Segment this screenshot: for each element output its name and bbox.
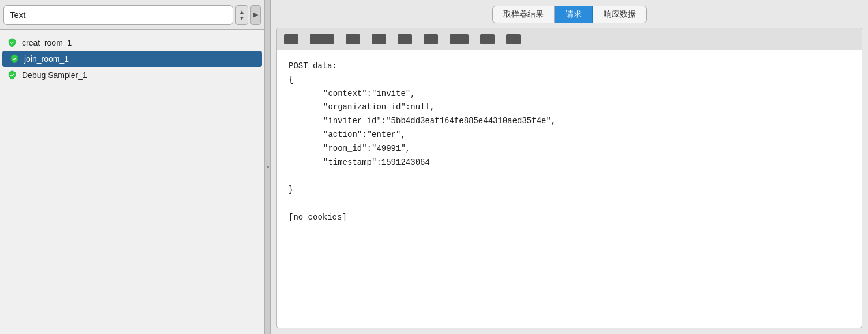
json-open: {	[289, 73, 850, 87]
json-close: }	[289, 183, 850, 197]
up-arrow-icon: ▲	[239, 9, 245, 15]
blank-line	[289, 169, 850, 183]
header-blurred-3: ██	[346, 34, 360, 44]
field-inviter-id: "inviter_id":"5bb4dd3eaf164fe885e44310ae…	[323, 114, 850, 128]
left-panel: Text ▲ ▼ ▶ creat_room_1 join_room_1	[0, 0, 265, 334]
tabs-bar: 取样器结果 请求 响应数据	[271, 0, 868, 28]
cookies-label: [no cookies]	[289, 211, 850, 225]
json-fields: "context":"invite", "organization_id":nu…	[289, 87, 850, 170]
tree-item-join-room[interactable]: join_room_1	[2, 51, 262, 67]
post-label: POST data:	[289, 60, 850, 73]
tree-item-label: join_room_1	[24, 54, 69, 64]
header-blurred-2: ████	[310, 34, 334, 44]
down-arrow-icon: ▼	[239, 15, 245, 21]
header-blurred-8: ██	[480, 34, 495, 44]
tree-item-debug-sampler[interactable]: Debug Sampler_1	[0, 67, 264, 83]
header-blurred-6: ██	[424, 34, 438, 44]
field-action: "action":"enter",	[323, 128, 850, 142]
dropdown-stepper[interactable]: ▲ ▼	[235, 5, 248, 25]
field-context: "context":"invite",	[323, 87, 850, 101]
field-timestamp: "timestamp":1591243064	[323, 156, 850, 170]
tree-item-creat-room[interactable]: creat_room_1	[0, 35, 264, 51]
shield-icon-join	[9, 54, 20, 64]
right-panel: 取样器结果 请求 响应数据 ██ ████ ██ ██ · · · ██ ███…	[271, 0, 868, 334]
content-header: ██ ████ ██ ██ · · · ██ ███ ██ ██	[277, 28, 862, 50]
content-body[interactable]: POST data: { "context":"invite", "organi…	[277, 50, 862, 328]
tab-sampler-result[interactable]: 取样器结果	[492, 6, 555, 23]
header-blurred-1: ██	[284, 34, 298, 44]
divider-dot	[267, 166, 269, 168]
header-blurred-4: ██	[372, 34, 386, 44]
header-blurred-9: ██	[506, 34, 521, 44]
field-room-id: "room_id":"49991",	[323, 142, 850, 156]
shield-icon-creat	[7, 38, 17, 48]
field-organization-id: "organization_id":null,	[323, 101, 850, 114]
header-blurred-7: ███	[450, 34, 469, 44]
tree-item-label: creat_room_1	[22, 38, 72, 47]
tree-item-label: Debug Sampler_1	[22, 70, 87, 80]
header-blurred-5: · · ·	[398, 34, 412, 44]
blank-line2	[289, 197, 850, 211]
tab-request[interactable]: 请求	[555, 6, 593, 23]
dropdown-bar: Text ▲ ▼ ▶	[0, 0, 264, 30]
tab-response-data[interactable]: 响应数据	[593, 6, 647, 23]
content-area: ██ ████ ██ ██ · · · ██ ███ ██ ██ POST da…	[276, 28, 862, 328]
panel-divider[interactable]	[265, 0, 271, 334]
tree-list: creat_room_1 join_room_1 Debug Sampler_1	[0, 30, 264, 334]
expand-button[interactable]: ▶	[250, 5, 261, 25]
shield-icon-debug	[7, 70, 17, 80]
type-dropdown[interactable]: Text	[3, 5, 233, 25]
expand-icon: ▶	[253, 11, 258, 18]
